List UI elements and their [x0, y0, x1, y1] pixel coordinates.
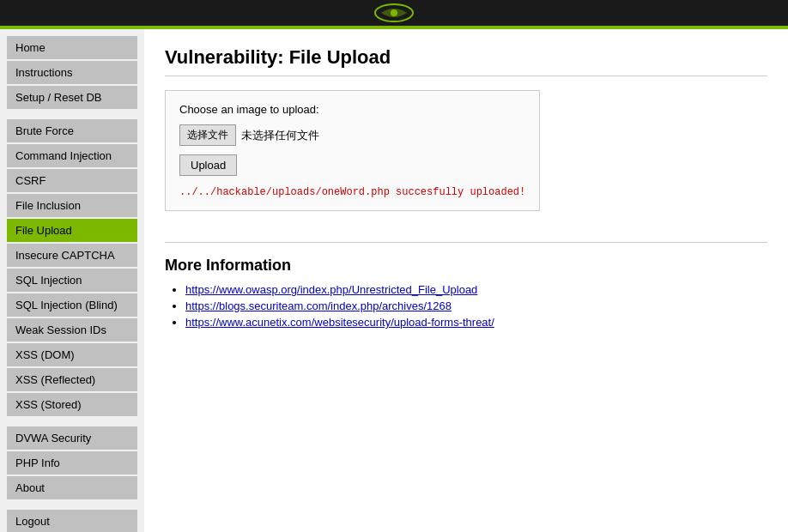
choose-file-button[interactable]: 选择文件 — [179, 124, 236, 146]
list-item: https://www.acunetix.com/websitesecurity… — [185, 316, 767, 329]
list-item: https://blogs.securiteam.com/index.php/a… — [185, 299, 767, 312]
page-title: Vulnerability: File Upload — [165, 46, 767, 76]
divider — [165, 242, 767, 243]
more-info-link-3[interactable]: https://www.acunetix.com/websitesecurity… — [185, 316, 494, 329]
dvwa-logo-icon — [373, 3, 415, 23]
sidebar-spacer-1 — [7, 111, 137, 119]
svg-point-1 — [391, 9, 397, 16]
file-input-row: 选择文件 未选择任何文件 — [179, 124, 525, 146]
sidebar-item-csrf[interactable]: CSRF — [7, 169, 137, 192]
sidebar-item-insecure-captcha[interactable]: Insecure CAPTCHA — [7, 244, 137, 267]
sidebar-spacer-2 — [7, 418, 137, 426]
sidebar-item-xss-stored[interactable]: XSS (Stored) — [7, 393, 137, 416]
sidebar: Home Instructions Setup / Reset DB Brute… — [0, 29, 144, 532]
more-info-links: https://www.owasp.org/index.php/Unrestri… — [165, 283, 767, 329]
more-info-link-2[interactable]: https://blogs.securiteam.com/index.php/a… — [185, 299, 452, 312]
sidebar-item-instructions[interactable]: Instructions — [7, 61, 137, 84]
upload-box: Choose an image to upload: 选择文件 未选择任何文件 … — [165, 90, 540, 211]
sidebar-item-dvwa-security[interactable]: DVWA Security — [7, 426, 137, 450]
sidebar-item-about[interactable]: About — [7, 476, 137, 499]
list-item: https://www.owasp.org/index.php/Unrestri… — [185, 283, 767, 296]
sidebar-item-weak-session-ids[interactable]: Weak Session IDs — [7, 318, 137, 342]
sidebar-item-logout[interactable]: Logout — [7, 510, 137, 532]
sidebar-item-php-info[interactable]: PHP Info — [7, 451, 137, 475]
more-info-title: More Information — [165, 257, 767, 275]
sidebar-item-setup-reset-db[interactable]: Setup / Reset DB — [7, 86, 137, 109]
main-content: Vulnerability: File Upload Choose an ima… — [144, 29, 788, 532]
top-bar — [0, 0, 788, 26]
sidebar-item-xss-reflected[interactable]: XSS (Reflected) — [7, 368, 137, 391]
file-name-display: 未选择任何文件 — [241, 128, 319, 143]
upload-button[interactable]: Upload — [179, 154, 237, 176]
sidebar-item-file-inclusion[interactable]: File Inclusion — [7, 194, 137, 217]
sidebar-spacer-3 — [7, 501, 137, 510]
page-layout: Home Instructions Setup / Reset DB Brute… — [0, 29, 788, 532]
sidebar-item-command-injection[interactable]: Command Injection — [7, 144, 137, 167]
upload-label: Choose an image to upload: — [179, 103, 525, 116]
sidebar-item-sql-injection[interactable]: SQL Injection — [7, 269, 137, 292]
sidebar-item-xss-dom[interactable]: XSS (DOM) — [7, 343, 137, 366]
more-info-link-1[interactable]: https://www.owasp.org/index.php/Unrestri… — [185, 283, 477, 296]
sidebar-item-home[interactable]: Home — [7, 36, 137, 59]
sidebar-item-brute-force[interactable]: Brute Force — [7, 119, 137, 142]
sidebar-item-file-upload[interactable]: File Upload — [7, 219, 137, 242]
upload-success-message: ../../hackable/uploads/oneWord.php succe… — [179, 186, 525, 198]
sidebar-item-sql-injection-blind[interactable]: SQL Injection (Blind) — [7, 293, 137, 317]
